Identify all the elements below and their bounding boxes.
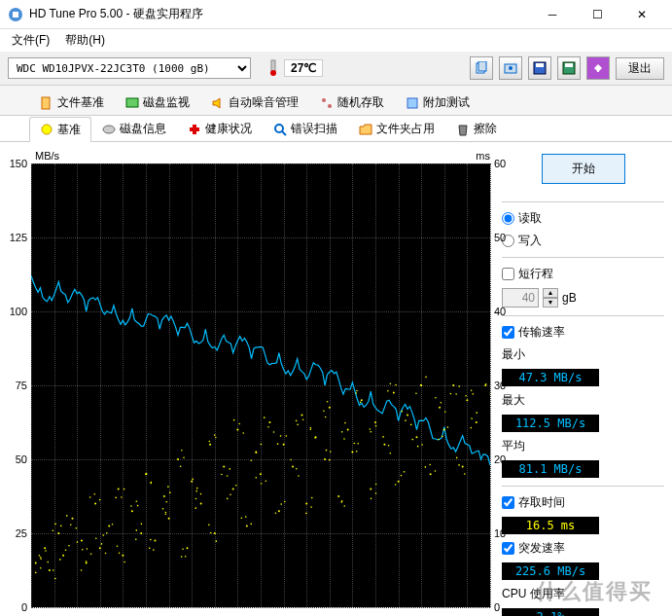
svg-rect-11: [565, 63, 573, 67]
svg-point-214: [387, 390, 389, 392]
svg-point-95: [168, 518, 170, 520]
svg-point-234: [435, 470, 437, 472]
transfer-rate-checkbox[interactable]: 传输速率: [502, 324, 664, 341]
tab-disk-monitor[interactable]: 磁盘监视: [115, 90, 200, 115]
spin-up[interactable]: ▲: [543, 288, 558, 298]
svg-point-206: [370, 428, 371, 430]
svg-point-46: [66, 515, 68, 517]
svg-point-256: [470, 427, 472, 429]
svg-point-61: [101, 543, 103, 545]
access-time-checkbox[interactable]: 存取时间: [502, 494, 664, 511]
start-button[interactable]: 开始: [542, 154, 625, 184]
svg-point-230: [415, 392, 417, 394]
svg-point-49: [82, 549, 84, 551]
bulb-icon: [40, 124, 53, 137]
close-button[interactable]: ✕: [619, 0, 664, 29]
app-icon: [8, 7, 23, 22]
svg-point-197: [355, 392, 357, 394]
menu-help[interactable]: 帮助(H): [57, 30, 113, 51]
write-radio[interactable]: 写入: [502, 233, 664, 249]
maximize-button[interactable]: ☐: [575, 0, 619, 29]
y-right-tick: 40: [494, 306, 506, 317]
svg-point-237: [441, 402, 442, 404]
svg-point-111: [200, 503, 202, 505]
svg-point-30: [39, 555, 41, 557]
y-right-tick: 0: [494, 601, 500, 613]
svg-point-127: [232, 488, 234, 489]
svg-point-129: [230, 493, 231, 495]
svg-point-54: [81, 569, 83, 571]
svg-point-143: [260, 473, 262, 475]
svg-point-120: [216, 540, 218, 542]
svg-point-218: [404, 471, 406, 473]
svg-point-193: [357, 443, 359, 445]
copy-screenshot-button[interactable]: [499, 56, 522, 80]
svg-point-137: [245, 516, 247, 518]
minimize-button[interactable]: ─: [530, 0, 575, 29]
tab-health[interactable]: 健康状况: [177, 116, 263, 141]
svg-point-172: [310, 427, 312, 429]
svg-point-60: [105, 553, 107, 555]
svg-point-114: [195, 507, 196, 509]
tab-random-access[interactable]: 随机存取: [309, 90, 395, 115]
tab-folder-usage[interactable]: 文件夹占用: [348, 116, 445, 141]
svg-point-110: [195, 490, 197, 492]
svg-point-195: [361, 399, 363, 401]
svg-point-248: [456, 457, 458, 459]
svg-point-220: [410, 424, 412, 426]
svg-point-98: [165, 512, 167, 514]
save-button[interactable]: [528, 56, 551, 80]
burst-rate-checkbox[interactable]: 突发速率: [502, 540, 664, 557]
svg-rect-9: [536, 63, 544, 67]
y-left-tick: 150: [10, 158, 27, 169]
y-right-tick: 20: [494, 453, 506, 465]
copy-info-button[interactable]: [470, 56, 493, 80]
svg-point-262: [485, 383, 487, 385]
save-screenshot-button[interactable]: [557, 56, 581, 80]
svg-point-123: [223, 466, 225, 468]
svg-point-190: [343, 438, 345, 440]
tab-extra-tests[interactable]: 附加测试: [395, 90, 480, 115]
svg-point-104: [185, 556, 187, 558]
svg-point-50: [87, 548, 88, 550]
svg-point-202: [375, 484, 377, 486]
svg-point-121: [210, 532, 212, 534]
short-stroke-value[interactable]: [502, 288, 539, 308]
drive-select[interactable]: WDC WD10JPVX-22JC3T0 (1000 gB): [8, 57, 251, 79]
avg-label: 平均: [502, 438, 664, 454]
svg-point-182: [327, 401, 329, 403]
svg-rect-13: [126, 98, 138, 107]
svg-point-244: [458, 385, 460, 387]
svg-point-48: [77, 541, 79, 543]
svg-point-229: [420, 384, 422, 386]
disk-icon: [102, 123, 116, 136]
short-stroke-checkbox[interactable]: 短行程: [502, 266, 664, 282]
y-left-tick: 0: [21, 601, 27, 613]
tab-erase[interactable]: 擦除: [445, 116, 508, 141]
svg-point-251: [466, 399, 468, 401]
svg-point-102: [181, 450, 183, 452]
tab-aam[interactable]: 自动噪音管理: [200, 90, 309, 115]
svg-point-221: [405, 419, 407, 421]
menu-bar: 文件(F) 帮助(H): [0, 29, 672, 51]
tab-info[interactable]: 磁盘信息: [91, 116, 177, 141]
exit-button[interactable]: 退出: [616, 57, 664, 80]
benchmark-chart: MB/s ms 15012510075502506050403020100: [8, 150, 494, 616]
svg-point-42: [68, 545, 70, 547]
svg-point-155: [283, 444, 285, 446]
read-radio[interactable]: 读取: [502, 210, 664, 227]
tab-benchmark[interactable]: 基准: [29, 117, 91, 142]
options-button[interactable]: [586, 56, 610, 80]
tab-file-benchmark[interactable]: 文件基准: [29, 90, 115, 115]
y-left-tick: 125: [10, 232, 27, 243]
svg-point-118: [215, 437, 217, 439]
svg-point-43: [71, 518, 73, 520]
svg-point-38: [53, 529, 54, 531]
svg-point-68: [124, 489, 125, 490]
svg-point-81: [135, 529, 137, 531]
svg-point-124: [221, 474, 223, 476]
svg-point-93: [169, 491, 171, 493]
tab-error-scan[interactable]: 错误扫描: [263, 116, 348, 141]
menu-file[interactable]: 文件(F): [4, 30, 57, 51]
spin-down[interactable]: ▼: [543, 298, 558, 308]
